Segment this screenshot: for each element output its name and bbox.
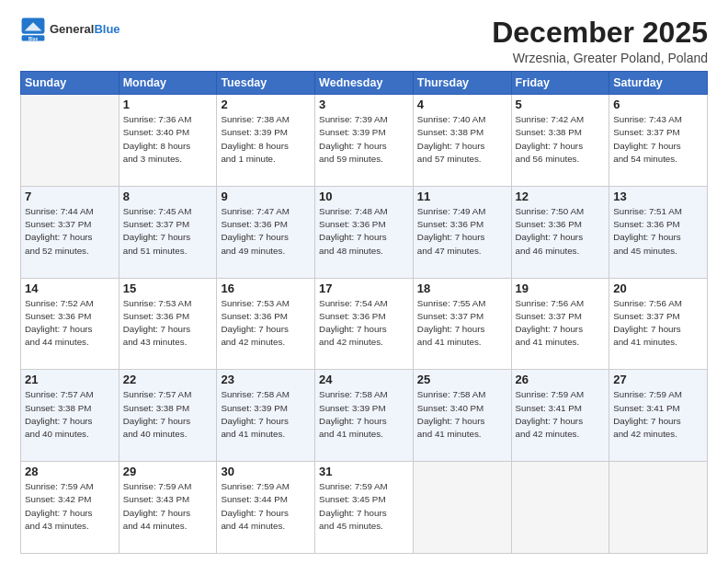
day-info: Sunrise: 7:44 AMSunset: 3:37 PMDaylight:… xyxy=(25,205,115,258)
day-number: 28 xyxy=(25,465,115,478)
calendar-cell: 20Sunrise: 7:56 AMSunset: 3:37 PMDayligh… xyxy=(609,278,708,370)
day-number: 7 xyxy=(25,190,115,203)
week-row-3: 14Sunrise: 7:52 AMSunset: 3:36 PMDayligh… xyxy=(21,278,708,370)
calendar-subtitle: Wrzesnia, Greater Poland, Poland xyxy=(492,51,708,65)
day-number: 1 xyxy=(123,98,213,111)
day-number: 27 xyxy=(613,373,703,386)
day-number: 3 xyxy=(319,98,409,111)
calendar-cell: 22Sunrise: 7:57 AMSunset: 3:38 PMDayligh… xyxy=(119,370,217,462)
day-info: Sunrise: 7:56 AMSunset: 3:37 PMDaylight:… xyxy=(516,297,606,350)
day-info: Sunrise: 7:59 AMSunset: 3:42 PMDaylight:… xyxy=(25,480,115,533)
weekday-header-saturday: Saturday xyxy=(609,72,708,95)
svg-text:Blue: Blue xyxy=(28,37,39,41)
day-number: 19 xyxy=(516,282,606,295)
day-info: Sunrise: 7:57 AMSunset: 3:38 PMDaylight:… xyxy=(123,388,213,441)
day-number: 12 xyxy=(516,190,606,203)
day-number: 29 xyxy=(123,465,213,478)
calendar-cell: 4Sunrise: 7:40 AMSunset: 3:38 PMDaylight… xyxy=(413,95,511,187)
logo: Blue GeneralBlue xyxy=(20,17,120,42)
calendar-cell: 19Sunrise: 7:56 AMSunset: 3:37 PMDayligh… xyxy=(511,278,609,370)
calendar-cell: 6Sunrise: 7:43 AMSunset: 3:37 PMDaylight… xyxy=(609,95,708,187)
day-info: Sunrise: 7:59 AMSunset: 3:43 PMDaylight:… xyxy=(123,480,213,533)
calendar-cell: 24Sunrise: 7:58 AMSunset: 3:39 PMDayligh… xyxy=(315,370,414,462)
weekday-header-monday: Monday xyxy=(119,72,217,95)
day-info: Sunrise: 7:39 AMSunset: 3:39 PMDaylight:… xyxy=(319,113,409,166)
week-row-1: 1Sunrise: 7:36 AMSunset: 3:40 PMDaylight… xyxy=(21,95,708,187)
header: Blue GeneralBlue December 2025 Wrzesnia,… xyxy=(20,17,708,65)
calendar-cell: 26Sunrise: 7:59 AMSunset: 3:41 PMDayligh… xyxy=(511,370,609,462)
day-number: 15 xyxy=(123,282,213,295)
day-info: Sunrise: 7:50 AMSunset: 3:36 PMDaylight:… xyxy=(516,205,606,258)
calendar-cell: 30Sunrise: 7:59 AMSunset: 3:44 PMDayligh… xyxy=(217,462,315,554)
logo-text: GeneralBlue xyxy=(50,22,120,37)
calendar-table: SundayMondayTuesdayWednesdayThursdayFrid… xyxy=(20,71,708,554)
calendar-cell: 12Sunrise: 7:50 AMSunset: 3:36 PMDayligh… xyxy=(511,186,609,278)
day-number: 5 xyxy=(516,98,606,111)
day-number: 26 xyxy=(516,373,606,386)
calendar-cell: 21Sunrise: 7:57 AMSunset: 3:38 PMDayligh… xyxy=(21,370,119,462)
weekday-header-wednesday: Wednesday xyxy=(315,72,414,95)
day-info: Sunrise: 7:55 AMSunset: 3:37 PMDaylight:… xyxy=(417,297,507,350)
day-number: 14 xyxy=(25,282,115,295)
day-info: Sunrise: 7:42 AMSunset: 3:38 PMDaylight:… xyxy=(516,113,606,166)
page: Blue GeneralBlue December 2025 Wrzesnia,… xyxy=(0,0,728,563)
calendar-cell: 27Sunrise: 7:59 AMSunset: 3:41 PMDayligh… xyxy=(609,370,708,462)
day-info: Sunrise: 7:53 AMSunset: 3:36 PMDaylight:… xyxy=(221,297,311,350)
day-number: 22 xyxy=(123,373,213,386)
weekday-header-sunday: Sunday xyxy=(21,72,119,95)
week-row-5: 28Sunrise: 7:59 AMSunset: 3:42 PMDayligh… xyxy=(21,462,708,554)
weekday-header-row: SundayMondayTuesdayWednesdayThursdayFrid… xyxy=(21,72,708,95)
day-info: Sunrise: 7:58 AMSunset: 3:39 PMDaylight:… xyxy=(319,388,409,441)
day-number: 21 xyxy=(25,373,115,386)
calendar-cell xyxy=(413,462,511,554)
calendar-cell: 1Sunrise: 7:36 AMSunset: 3:40 PMDaylight… xyxy=(119,95,217,187)
calendar-cell: 18Sunrise: 7:55 AMSunset: 3:37 PMDayligh… xyxy=(413,278,511,370)
title-block: December 2025 Wrzesnia, Greater Poland, … xyxy=(492,17,708,65)
day-info: Sunrise: 7:57 AMSunset: 3:38 PMDaylight:… xyxy=(25,388,115,441)
day-number: 31 xyxy=(319,465,409,478)
day-info: Sunrise: 7:38 AMSunset: 3:39 PMDaylight:… xyxy=(221,113,311,166)
calendar-cell xyxy=(609,462,708,554)
day-number: 18 xyxy=(417,282,507,295)
logo-icon: Blue xyxy=(20,17,46,42)
calendar-cell: 15Sunrise: 7:53 AMSunset: 3:36 PMDayligh… xyxy=(119,278,217,370)
day-info: Sunrise: 7:40 AMSunset: 3:38 PMDaylight:… xyxy=(417,113,507,166)
weekday-header-friday: Friday xyxy=(511,72,609,95)
calendar-cell: 29Sunrise: 7:59 AMSunset: 3:43 PMDayligh… xyxy=(119,462,217,554)
week-row-2: 7Sunrise: 7:44 AMSunset: 3:37 PMDaylight… xyxy=(21,186,708,278)
day-info: Sunrise: 7:45 AMSunset: 3:37 PMDaylight:… xyxy=(123,205,213,258)
day-number: 17 xyxy=(319,282,409,295)
calendar-cell: 17Sunrise: 7:54 AMSunset: 3:36 PMDayligh… xyxy=(315,278,414,370)
calendar-cell: 5Sunrise: 7:42 AMSunset: 3:38 PMDaylight… xyxy=(511,95,609,187)
calendar-cell: 28Sunrise: 7:59 AMSunset: 3:42 PMDayligh… xyxy=(21,462,119,554)
day-number: 25 xyxy=(417,373,507,386)
day-info: Sunrise: 7:48 AMSunset: 3:36 PMDaylight:… xyxy=(319,205,409,258)
weekday-header-thursday: Thursday xyxy=(413,72,511,95)
day-number: 16 xyxy=(221,282,311,295)
calendar-cell: 2Sunrise: 7:38 AMSunset: 3:39 PMDaylight… xyxy=(217,95,315,187)
day-info: Sunrise: 7:53 AMSunset: 3:36 PMDaylight:… xyxy=(123,297,213,350)
calendar-cell xyxy=(21,95,119,187)
day-number: 9 xyxy=(221,190,311,203)
calendar-cell: 11Sunrise: 7:49 AMSunset: 3:36 PMDayligh… xyxy=(413,186,511,278)
day-number: 24 xyxy=(319,373,409,386)
calendar-cell: 25Sunrise: 7:58 AMSunset: 3:40 PMDayligh… xyxy=(413,370,511,462)
day-number: 4 xyxy=(417,98,507,111)
calendar-cell xyxy=(511,462,609,554)
day-info: Sunrise: 7:47 AMSunset: 3:36 PMDaylight:… xyxy=(221,205,311,258)
calendar-cell: 7Sunrise: 7:44 AMSunset: 3:37 PMDaylight… xyxy=(21,186,119,278)
day-info: Sunrise: 7:58 AMSunset: 3:39 PMDaylight:… xyxy=(221,388,311,441)
day-number: 13 xyxy=(613,190,703,203)
week-row-4: 21Sunrise: 7:57 AMSunset: 3:38 PMDayligh… xyxy=(21,370,708,462)
day-info: Sunrise: 7:51 AMSunset: 3:36 PMDaylight:… xyxy=(613,205,703,258)
calendar-cell: 3Sunrise: 7:39 AMSunset: 3:39 PMDaylight… xyxy=(315,95,414,187)
day-info: Sunrise: 7:49 AMSunset: 3:36 PMDaylight:… xyxy=(417,205,507,258)
day-info: Sunrise: 7:59 AMSunset: 3:44 PMDaylight:… xyxy=(221,480,311,533)
calendar-cell: 10Sunrise: 7:48 AMSunset: 3:36 PMDayligh… xyxy=(315,186,414,278)
day-info: Sunrise: 7:54 AMSunset: 3:36 PMDaylight:… xyxy=(319,297,409,350)
calendar-cell: 16Sunrise: 7:53 AMSunset: 3:36 PMDayligh… xyxy=(217,278,315,370)
calendar-title: December 2025 xyxy=(492,17,708,49)
day-info: Sunrise: 7:52 AMSunset: 3:36 PMDaylight:… xyxy=(25,297,115,350)
day-number: 6 xyxy=(613,98,703,111)
day-number: 20 xyxy=(613,282,703,295)
